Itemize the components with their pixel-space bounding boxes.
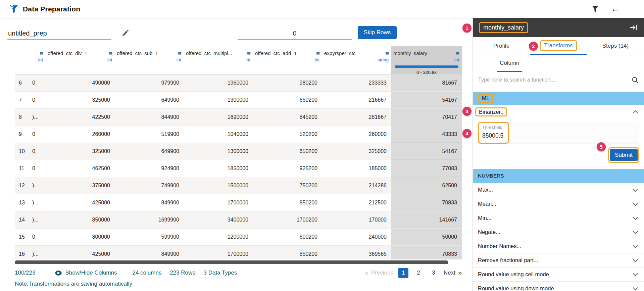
- threshold-value[interactable]: 85000.5: [482, 132, 504, 139]
- column-header-offered-ctc-multipl[interactable]: offered_ctc_multipl... ≡ int: [184, 46, 253, 74]
- column-menu-icon[interactable]: ≡: [247, 50, 251, 57]
- pagination-page-1[interactable]: 1: [398, 268, 408, 278]
- pagination: « Previous 1 2 3 Next »: [365, 268, 462, 278]
- column-header-offered-ctc-add-1[interactable]: offered_ctc_add_1 ≡ int: [253, 46, 322, 74]
- tab-transforms[interactable]: Transforms: [530, 37, 587, 55]
- table-cell-monthly-salary: 141667: [391, 211, 462, 228]
- section-numbers: NUMBERS: [473, 169, 644, 183]
- pagination-previous[interactable]: « Previous: [365, 270, 393, 277]
- table-cell: 1850000: [184, 165, 253, 172]
- table-row[interactable]: 15 0 300000 599900 1200000 600200 240000…: [15, 229, 462, 246]
- next-label: Next: [444, 270, 455, 276]
- chevron-down-icon: [633, 271, 638, 276]
- back-arrow-icon[interactable]: ←: [611, 4, 620, 13]
- table-row[interactable]: 13 )... 425000 849900 1700000 850200 212…: [15, 194, 462, 211]
- tab-steps[interactable]: Steps (14): [587, 37, 644, 55]
- row-index: 14: [15, 217, 31, 223]
- table-row[interactable]: 10 0 325000 649900 1300000 650200 325000…: [15, 143, 462, 160]
- app: Data Preparation ← Skip Rows: [0, 0, 644, 291]
- column-menu-icon[interactable]: ≡: [109, 50, 112, 57]
- table-cell: 325000: [322, 148, 391, 154]
- value-range-bar: [395, 65, 458, 68]
- table-cell: 462500: [46, 165, 115, 172]
- search-icon[interactable]: [632, 77, 639, 84]
- autosave-note: Note:Transformations are saving automati…: [15, 281, 473, 287]
- function-item[interactable]: Negate...: [473, 225, 644, 239]
- column-type: int: [46, 57, 115, 62]
- column-menu-icon[interactable]: ≡: [385, 50, 389, 57]
- show-hide-columns-button[interactable]: Show/Hide Columns: [55, 270, 117, 276]
- function-item[interactable]: Remove fractional part...: [473, 253, 644, 268]
- table-cell: 300000: [46, 234, 115, 240]
- table-cell: 649900: [115, 148, 184, 154]
- column-name: offered_ctc_div_1: [48, 50, 87, 56]
- column-menu-icon[interactable]: ≡: [40, 50, 43, 57]
- tab-profile[interactable]: Profile: [473, 37, 530, 55]
- function-item[interactable]: Max...: [473, 183, 644, 197]
- function-item[interactable]: Min...: [473, 211, 644, 225]
- chevron-up-icon: [633, 110, 638, 115]
- column-type: int: [115, 57, 184, 62]
- column-header-truncated[interactable]: ≡ int: [31, 46, 46, 74]
- table-cell: 170000: [322, 217, 391, 223]
- column-menu-icon[interactable]: ≡: [456, 50, 459, 57]
- table-row[interactable]: 6 0 490000 979900 1960000 980200 233333 …: [15, 75, 462, 92]
- pagination-page-3[interactable]: 3: [429, 268, 439, 278]
- table-cell: 325000: [46, 148, 115, 154]
- previous-icon: «: [365, 270, 368, 277]
- previous-label: Previous: [371, 270, 393, 276]
- column-header-monthly-salary[interactable]: monthly_salary ≡ int 0 - 320.8k: [391, 46, 462, 74]
- threshold-field[interactable]: Threshold: 85000.5: [478, 122, 509, 144]
- header-row-index: [15, 46, 31, 74]
- horizontal-scrollbar[interactable]: [15, 260, 462, 264]
- annotation-marker-3: 3: [462, 107, 472, 116]
- prep-name-input[interactable]: [7, 28, 111, 40]
- function-binarizer[interactable]: Binarizer..: [473, 105, 644, 119]
- subtab-column[interactable]: Column: [497, 55, 522, 72]
- skip-rows-button[interactable]: Skip Rows: [358, 26, 397, 39]
- table-cell: 749900: [115, 183, 184, 189]
- table-row[interactable]: 11 0 462500 924900 1850000 925200 185000…: [15, 160, 462, 177]
- pagination-page-2[interactable]: 2: [413, 268, 424, 278]
- rows-count: 223 Rows: [170, 270, 195, 276]
- scrollbar-thumb[interactable]: [15, 260, 448, 264]
- table-cell: 1500000: [184, 183, 253, 189]
- column-header-expyrsper-ctc[interactable]: expyrsper_ctc ≡ string: [322, 46, 391, 74]
- table-row[interactable]: 14 )... 850000 1699900 3400000 1700200 1…: [15, 211, 462, 229]
- submit-button[interactable]: Submit: [610, 149, 638, 161]
- row-index: 13: [15, 200, 31, 206]
- table-cell-monthly-salary: 54167: [391, 92, 462, 108]
- function-item[interactable]: Mean...: [473, 197, 644, 211]
- function-item[interactable]: Number Names...: [473, 239, 644, 253]
- prep-toolbar: Skip Rows: [0, 18, 473, 40]
- table-row[interactable]: 7 0 325000 649900 1300000 650200 216667 …: [15, 92, 462, 109]
- table-row[interactable]: 8 )... 422500 844900 1690000 845200 2816…: [15, 109, 462, 126]
- column-menu-icon[interactable]: ≡: [316, 50, 320, 57]
- column-header-offered-ctc-sub-1[interactable]: offered_ctc_sub_1 ≡ int: [115, 46, 184, 74]
- function-item[interactable]: Round value using ceil mode: [473, 268, 644, 282]
- table-cell: 924900: [115, 165, 184, 172]
- pagination-next[interactable]: Next »: [444, 270, 462, 277]
- table-cell: )...: [31, 114, 46, 120]
- binarizer-panel: Threshold: 85000.5: [478, 122, 639, 144]
- section-ml-label: ML: [478, 94, 493, 103]
- row-index: 9: [15, 131, 31, 137]
- table-cell: 1700200: [253, 217, 322, 223]
- table-row[interactable]: 12 )... 375000 749900 1500000 750200 214…: [15, 177, 462, 194]
- table-cell: 233333: [322, 80, 391, 86]
- collapse-panel-icon[interactable]: [629, 24, 638, 31]
- row-index: 16: [15, 251, 31, 257]
- selected-column-name: monthly_salary: [479, 22, 528, 33]
- column-header-offered-ctc-div-1[interactable]: offered_ctc_div_1 ≡ int: [46, 46, 115, 74]
- table-row[interactable]: 9 0 260000 519900 1040000 520200 260000 …: [15, 126, 462, 143]
- edit-pencil-icon[interactable]: [121, 30, 129, 38]
- table-header-row: ≡ int offered_ctc_div_1 ≡ int offered_ct…: [15, 46, 462, 75]
- skip-rows-input[interactable]: [238, 28, 352, 40]
- column-menu-icon[interactable]: ≡: [178, 50, 182, 57]
- function-item[interactable]: Round value using down mode: [473, 282, 644, 291]
- annotation-marker-5: 5: [597, 142, 606, 151]
- row-index: 15: [15, 234, 31, 240]
- filter-icon[interactable]: [592, 5, 599, 12]
- table-row[interactable]: 16 )... 425000 849900 1700000 850200 369…: [15, 246, 462, 259]
- function-search-input[interactable]: [478, 77, 632, 83]
